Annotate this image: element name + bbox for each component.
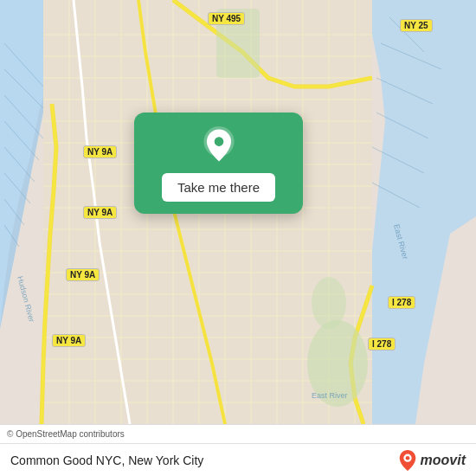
svg-text:Hudson River: Hudson River (16, 275, 36, 323)
copyright-text: © OpenStreetMap contributors (7, 429, 125, 439)
road-badge-ny9a-4: NY 9A (52, 334, 86, 347)
svg-text:East River: East River (312, 391, 348, 400)
road-badge-i278-1: I 278 (388, 296, 415, 309)
info-bar: Common Good NYC, New York City moovit (0, 443, 476, 476)
svg-point-55 (405, 455, 409, 460)
map-container: East River Hudson River East River NY 49… (0, 0, 476, 424)
location-name: Common Good NYC, New York City (10, 453, 203, 467)
svg-point-46 (312, 277, 346, 329)
road-badge-ny9a-2: NY 9A (83, 206, 117, 219)
road-badge-i278-2: I 278 (368, 338, 396, 351)
road-badge-ny9a-3: NY 9A (66, 268, 100, 281)
moovit-logo: moovit (398, 449, 466, 472)
take-me-there-button[interactable]: Take me there (162, 173, 275, 202)
road-badge-ny25: NY 25 (400, 19, 433, 32)
moovit-text: moovit (421, 453, 466, 468)
road-badge-ny495: NY 495 (208, 12, 245, 25)
location-pin-icon (200, 126, 238, 164)
svg-point-53 (214, 137, 223, 146)
road-badge-ny9a-1: NY 9A (83, 145, 117, 158)
moovit-pin-icon (398, 449, 417, 472)
location-card: Take me there (134, 113, 303, 214)
copyright-bar: © OpenStreetMap contributors (0, 424, 476, 443)
